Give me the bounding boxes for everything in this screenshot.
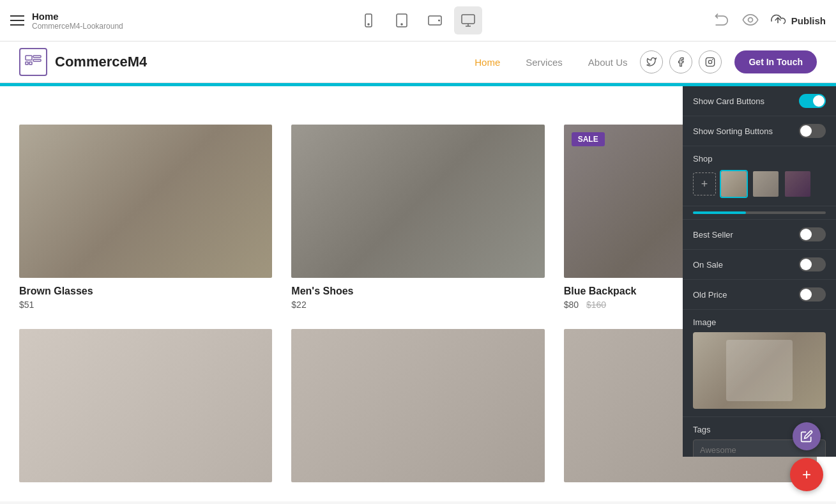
device-tablet-landscape-btn[interactable] [421,6,449,34]
svg-rect-10 [29,62,32,65]
edit-icon [800,430,813,443]
page-subtitle: CommerceM4-Lookaround [32,22,123,31]
old-price-toggle[interactable] [799,287,826,302]
device-tablet-btn[interactable] [388,6,416,34]
image-section: Image [683,310,836,417]
shop-label: Shop [693,154,826,164]
show-sorting-buttons-row: Show Sorting Buttons [683,116,836,146]
fab-add-button[interactable]: + [790,458,823,491]
svg-rect-12 [33,59,41,61]
nav-home[interactable]: Home [475,57,500,68]
publish-button[interactable]: Publish [770,12,826,29]
product-card-2: Men's Shoes $22 [291,125,544,310]
shop-add-button[interactable]: + [693,172,716,195]
shop-section: Shop + [683,146,836,206]
nav-services[interactable]: Services [526,57,563,68]
brand-area: CommerceM4 [19,48,475,76]
old-price-label: Old Price [693,290,727,300]
fab-add-icon: + [802,466,811,484]
device-desktop-btn[interactable] [454,6,482,34]
undo-button[interactable] [713,11,731,31]
top-toolbar: Home CommerceM4-Lookaround [0,0,836,42]
old-price-row: Old Price [683,280,836,310]
show-card-buttons-label: Show Card Buttons [693,96,764,106]
shop-slider-row [683,206,836,220]
preview-button[interactable] [741,11,759,31]
shop-thumbnails: + [693,170,826,198]
image-preview[interactable] [693,332,826,409]
svg-rect-11 [33,56,41,57]
best-seller-row: Best Seller [683,220,836,250]
social-icons [640,50,722,73]
product-name-1: Brown Glasses [19,286,272,297]
product-name-2: Men's Shoes [291,286,544,297]
twitter-icon[interactable] [640,50,663,73]
show-sorting-buttons-label: Show Sorting Buttons [693,126,773,136]
fab-container: + [790,422,823,491]
page-title: Home [32,11,123,22]
brand-name: CommerceM4 [55,54,147,70]
product-image-5[interactable] [291,329,544,482]
instagram-icon[interactable] [699,50,722,73]
shop-thumb-2[interactable] [752,170,780,198]
svg-point-3 [401,24,402,25]
publish-label: Publish [791,15,826,26]
device-mobile-btn[interactable] [354,6,383,34]
svg-point-14 [709,60,712,63]
product-price-2: $22 [291,300,544,310]
product-image-4[interactable] [19,329,272,482]
product-card-5 [291,329,544,482]
svg-point-7 [748,17,752,22]
product-image-1[interactable] [19,125,272,278]
nav-links: Home Services About Us [475,57,627,68]
best-seller-label: Best Seller [693,230,733,240]
on-sale-label: On Sale [693,260,723,270]
show-card-buttons-row: Show Card Buttons [683,86,836,116]
on-sale-toggle[interactable] [799,257,826,271]
svg-rect-8 [26,56,32,60]
facebook-icon[interactable] [669,50,692,73]
shop-slider[interactable] [693,211,826,214]
product-original-price-3: $160 [586,300,606,310]
svg-rect-9 [26,62,28,65]
on-sale-row: On Sale [683,250,836,280]
shop-thumb-1[interactable] [720,170,748,198]
image-label: Image [693,317,826,327]
svg-point-5 [438,20,439,21]
fab-edit-button[interactable] [793,422,821,450]
toolbar-center [146,6,690,34]
product-price-1: $51 [19,300,272,310]
brand-logo [19,48,47,76]
svg-rect-6 [462,15,475,24]
settings-panel: Show Card Buttons Show Sorting Buttons S… [683,86,836,457]
hamburger-icon[interactable] [10,15,24,26]
sale-badge-3: SALE [572,132,605,146]
show-card-buttons-toggle[interactable] [799,94,826,108]
product-card-4 [19,329,272,482]
svg-point-15 [713,59,713,60]
show-sorting-buttons-toggle[interactable] [799,124,826,138]
page-info: Home CommerceM4-Lookaround [32,11,123,31]
content-area: Brown Glasses $51 Men's Shoes $22 SALE B… [0,86,836,501]
product-card-1: Brown Glasses $51 [19,125,272,310]
shop-thumb-3[interactable] [784,170,812,198]
toolbar-right: Publish [698,11,826,31]
svg-rect-13 [706,57,715,66]
page-header: CommerceM4 Home Services About Us Get In… [0,42,836,83]
product-image-2[interactable] [291,125,544,278]
nav-about[interactable]: About Us [588,57,628,68]
get-in-touch-button[interactable]: Get In Touch [734,50,817,73]
best-seller-toggle[interactable] [799,227,826,241]
svg-point-1 [368,24,369,25]
toolbar-left: Home CommerceM4-Lookaround [10,11,138,31]
